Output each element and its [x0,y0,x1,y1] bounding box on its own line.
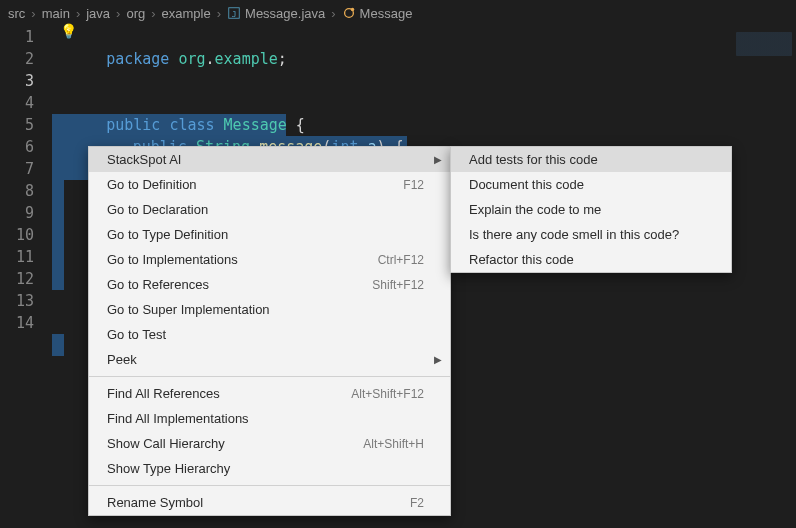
menu-item-label: Peek [107,352,137,367]
breadcrumb-file[interactable]: J Message.java [227,6,325,21]
chevron-right-icon: › [31,6,35,21]
java-file-icon: J [227,6,241,20]
context-menu: StackSpot AI ▶ Add tests for this code D… [88,146,451,516]
menu-item-stackspot-ai[interactable]: StackSpot AI ▶ Add tests for this code D… [89,147,450,172]
breadcrumb[interactable]: src › main › java › org › example › J Me… [0,0,796,26]
menu-item-shortcut: F12 [403,178,424,192]
line-number: 9 [0,202,34,224]
menu-item-label: Go to Definition [107,177,197,192]
chevron-right-icon: ▶ [434,154,442,165]
menu-item-go-to-super[interactable]: Go to Super Implementation [89,297,450,322]
menu-item-go-to-type-definition[interactable]: Go to Type Definition [89,222,450,247]
line-number: 5 [0,114,34,136]
menu-item-shortcut: Shift+F12 [372,278,424,292]
chevron-right-icon: › [217,6,221,21]
menu-item-label: Show Type Hierarchy [107,461,230,476]
chevron-right-icon: ▶ [434,354,442,365]
menu-item-go-to-declaration[interactable]: Go to Declaration [89,197,450,222]
code-line: public class Message { [52,70,796,92]
line-number: 11 [0,246,34,268]
menu-item-find-all-implementations[interactable]: Find All Implementations [89,406,450,431]
line-number: 3 [0,70,34,92]
code-line: ····public String message(int a) { [52,92,796,114]
breadcrumb-item[interactable]: org [126,6,145,21]
menu-item-rename-symbol[interactable]: Rename Symbol F2 [89,490,450,515]
svg-point-3 [350,8,354,12]
line-number: 8 [0,180,34,202]
line-number: 2 [0,48,34,70]
menu-item-code-smell[interactable]: Is there any code smell in this code? [451,222,731,247]
menu-separator [89,485,450,486]
lightbulb-icon[interactable]: 💡 [60,23,77,39]
line-number: 6 [0,136,34,158]
menu-item-label: Add tests for this code [469,152,598,167]
menu-item-explain-code[interactable]: Explain the code to me [451,197,731,222]
menu-item-shortcut: Ctrl+F12 [378,253,424,267]
menu-item-label: Is there any code smell in this code? [469,227,679,242]
menu-item-go-to-definition[interactable]: Go to Definition F12 [89,172,450,197]
line-number: 13 [0,290,34,312]
chevron-right-icon: › [116,6,120,21]
menu-item-label: Document this code [469,177,584,192]
line-number: 4 [0,92,34,114]
code-line: package org.example; [52,26,796,48]
chevron-right-icon: › [151,6,155,21]
line-number: 1 [0,26,34,48]
menu-item-label: Go to References [107,277,209,292]
context-submenu: Add tests for this code Document this co… [450,146,732,273]
menu-item-label: Explain the code to me [469,202,601,217]
breadcrumb-item[interactable]: src [8,6,25,21]
menu-item-document-code[interactable]: Document this code [451,172,731,197]
menu-item-label: Find All References [107,386,220,401]
line-number: 14 [0,312,34,334]
class-icon [342,6,356,20]
menu-item-show-type-hierarchy[interactable]: Show Type Hierarchy [89,456,450,481]
menu-item-add-tests[interactable]: Add tests for this code [451,147,731,172]
line-number: 12 [0,268,34,290]
menu-item-shortcut: F2 [410,496,424,510]
menu-item-label: Go to Implementations [107,252,238,267]
svg-text:J: J [232,10,237,19]
menu-item-label: Find All Implementations [107,411,249,426]
menu-item-label: Show Call Hierarchy [107,436,225,451]
line-number: 7 [0,158,34,180]
breadcrumb-item[interactable]: java [86,6,110,21]
breadcrumb-symbol[interactable]: Message [342,6,413,21]
editor-gutter: 1 2 3 4 5 6 7 8 9 10 11 12 13 14 [0,26,52,334]
menu-item-label: Go to Type Definition [107,227,228,242]
menu-item-label: Go to Super Implementation [107,302,270,317]
menu-item-go-to-references[interactable]: Go to References Shift+F12 [89,272,450,297]
menu-item-show-call-hierarchy[interactable]: Show Call Hierarchy Alt+Shift+H [89,431,450,456]
menu-item-shortcut: Alt+Shift+F12 [351,387,424,401]
minimap[interactable] [736,32,792,56]
line-number: 10 [0,224,34,246]
menu-item-label: StackSpot AI [107,152,181,167]
menu-item-peek[interactable]: Peek ▶ [89,347,450,372]
menu-item-label: Go to Test [107,327,166,342]
menu-item-label: Refactor this code [469,252,574,267]
breadcrumb-item[interactable]: example [162,6,211,21]
menu-item-shortcut: Alt+Shift+H [363,437,424,451]
chevron-right-icon: › [76,6,80,21]
chevron-right-icon: › [331,6,335,21]
menu-item-refactor[interactable]: Refactor this code [451,247,731,272]
menu-item-label: Go to Declaration [107,202,208,217]
menu-separator [89,376,450,377]
breadcrumb-item[interactable]: main [42,6,70,21]
menu-item-find-all-references[interactable]: Find All References Alt+Shift+F12 [89,381,450,406]
menu-item-go-to-implementations[interactable]: Go to Implementations Ctrl+F12 [89,247,450,272]
menu-item-go-to-test[interactable]: Go to Test [89,322,450,347]
menu-item-label: Rename Symbol [107,495,203,510]
